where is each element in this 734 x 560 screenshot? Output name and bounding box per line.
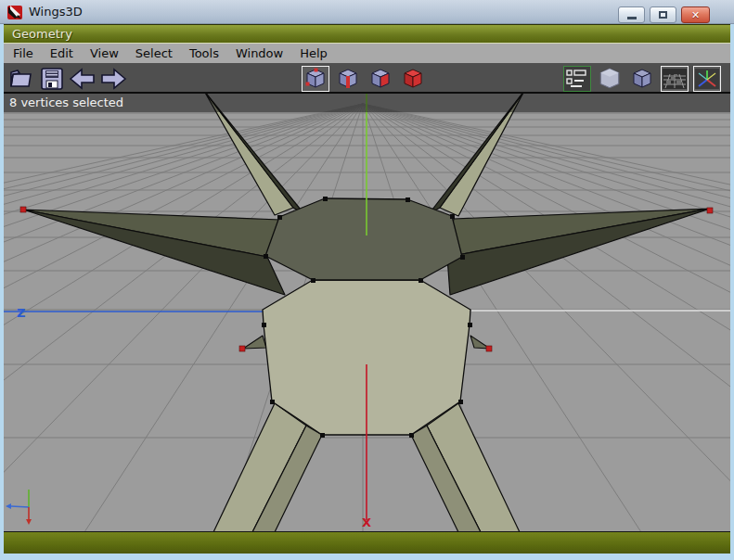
z-axis-label: Z xyxy=(17,306,25,320)
close-icon: ✕ xyxy=(691,10,700,20)
face-select-icon[interactable] xyxy=(367,66,394,92)
geometry-window-header[interactable]: Geometry xyxy=(4,24,730,44)
edge-select-icon[interactable] xyxy=(334,66,362,92)
window-border-right xyxy=(730,24,734,554)
info-bar xyxy=(4,531,730,554)
undo-icon[interactable] xyxy=(69,66,97,92)
maximize-button[interactable] xyxy=(650,6,676,23)
viewport-3d[interactable]: 8 vertices selected Z xyxy=(4,94,730,531)
window-border-left xyxy=(0,24,4,554)
wings3d-window: Wings3D ✕ Geometry File Edit View Select… xyxy=(0,0,734,560)
save-file-icon[interactable] xyxy=(38,66,66,92)
toolbar xyxy=(4,63,730,94)
menu-tools[interactable]: Tools xyxy=(189,46,219,60)
close-button[interactable]: ✕ xyxy=(681,6,710,23)
redo-icon[interactable] xyxy=(99,66,127,92)
minimize-button[interactable] xyxy=(618,6,645,23)
menu-edit[interactable]: Edit xyxy=(50,46,73,60)
window-title: Wings3D xyxy=(29,5,83,19)
menu-file[interactable]: File xyxy=(13,46,33,60)
menu-window[interactable]: Window xyxy=(236,46,283,60)
vertex-select-icon[interactable] xyxy=(302,66,329,92)
x-axis-label: X xyxy=(362,515,371,529)
show-axes-icon[interactable] xyxy=(693,66,721,92)
menu-bar: File Edit View Select Tools Window Help xyxy=(4,44,730,63)
smooth-shaded-icon[interactable] xyxy=(596,66,624,92)
status-text: 8 vertices selected xyxy=(9,95,123,109)
maximize-icon xyxy=(659,11,667,19)
window-border-bottom xyxy=(0,554,734,560)
menu-select[interactable]: Select xyxy=(135,46,173,60)
geometry-window-title: Geometry xyxy=(12,27,72,41)
menu-view[interactable]: View xyxy=(90,46,119,60)
body-select-icon[interactable] xyxy=(399,66,427,92)
scene-3d: Z xyxy=(4,94,730,531)
show-ground-plane-icon[interactable] xyxy=(661,66,689,92)
minimize-icon xyxy=(627,17,637,19)
menu-help[interactable]: Help xyxy=(300,46,328,60)
wireframe-icon[interactable] xyxy=(628,66,656,92)
view-options-icon[interactable] xyxy=(563,66,591,92)
title-bar[interactable]: Wings3D ✕ xyxy=(0,0,734,24)
open-file-icon[interactable] xyxy=(7,66,35,92)
app-icon xyxy=(6,4,24,20)
viewport-status: 8 vertices selected xyxy=(4,94,730,112)
